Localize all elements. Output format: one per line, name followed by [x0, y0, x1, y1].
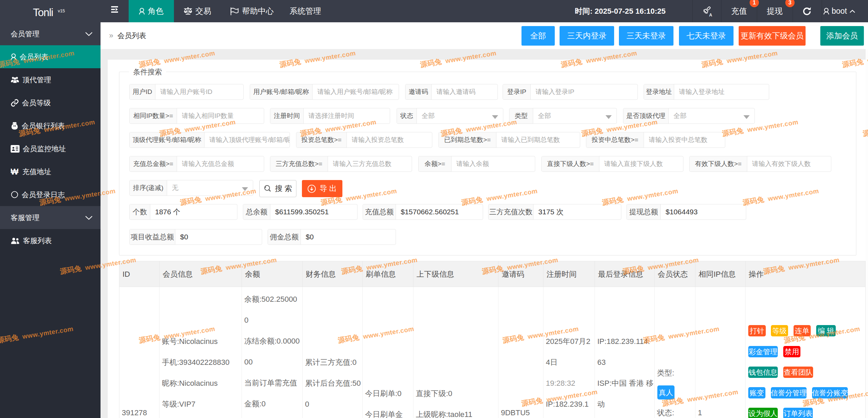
- svg-text:A: A: [709, 13, 712, 17]
- svg-text:₩: ₩: [11, 168, 19, 176]
